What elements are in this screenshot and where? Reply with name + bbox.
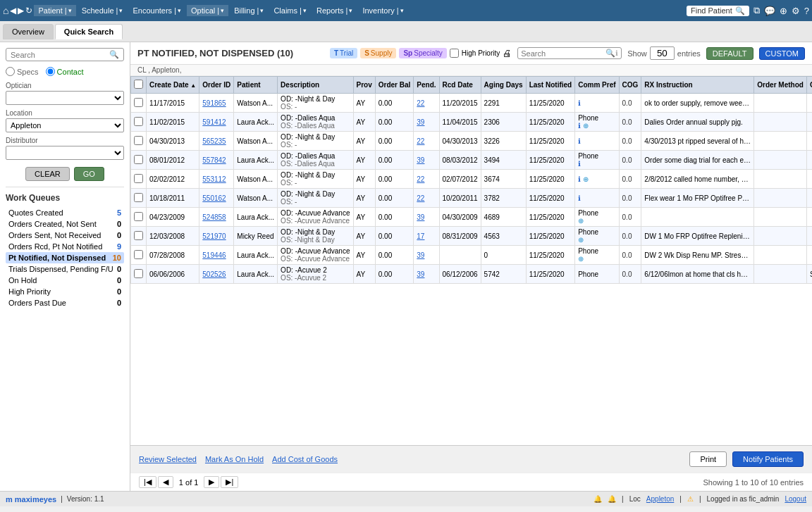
queue-item-pt-notified--not-dispensed[interactable]: Pt Notified, Not Dispensed10 — [6, 252, 124, 263]
tab-overview[interactable]: Overview — [3, 24, 54, 39]
zoom-icon[interactable]: ⊕ — [780, 6, 787, 16]
mark-on-hold-link[interactable]: Mark As On Hold — [205, 455, 264, 463]
row-checkbox[interactable] — [134, 174, 143, 183]
row-pend[interactable]: 17 — [414, 227, 439, 246]
row-checkbox-cell[interactable] — [131, 227, 147, 246]
custom-button[interactable]: CUSTOM — [759, 47, 805, 60]
col-header-aging-days[interactable]: Aging Days — [481, 77, 526, 94]
col-header-order-method[interactable]: Order Method — [754, 77, 807, 94]
col-header-pend[interactable]: Pend. — [414, 77, 439, 94]
radio-contact-label[interactable]: Contact — [46, 67, 84, 76]
row-checkbox[interactable] — [134, 212, 143, 221]
nav-reports[interactable]: Reports | ▾ — [312, 5, 357, 16]
row-pend[interactable]: 39 — [414, 113, 439, 132]
row-pend[interactable]: 22 — [414, 170, 439, 189]
bell-icon[interactable]: 🔔 — [593, 495, 602, 503]
queue-item-on-hold[interactable]: On Hold0 — [6, 275, 124, 286]
row-order-id[interactable]: 591412 — [199, 113, 234, 132]
review-selected-link[interactable]: Review Selected — [139, 455, 197, 463]
row-checkbox[interactable] — [134, 155, 143, 164]
nav-inventory[interactable]: Inventory | ▾ — [358, 5, 407, 16]
search-box[interactable]: 🔍 — [6, 48, 124, 61]
row-pend[interactable]: 39 — [414, 246, 439, 265]
high-priority-checkbox[interactable] — [450, 49, 459, 58]
col-header-prov[interactable]: Prov — [353, 77, 375, 94]
row-checkbox[interactable] — [134, 136, 143, 145]
row-checkbox[interactable] — [134, 231, 143, 240]
col-header-cl-eval-status[interactable]: CL Eval Status — [806, 77, 812, 94]
row-order-id[interactable]: 565235 — [199, 132, 234, 151]
queue-item-high-priority[interactable]: High Priority0 — [6, 286, 124, 297]
last-page-button[interactable]: ▶| — [221, 476, 238, 488]
queue-item-orders-rcd--pt-not-notified[interactable]: Orders Rcd, Pt Not Notified9 — [6, 241, 124, 252]
col-header-checkbox[interactable] — [131, 77, 147, 94]
row-pend[interactable]: 39 — [414, 151, 439, 170]
nav-back-icon[interactable]: ◀ — [10, 6, 16, 15]
info-icon[interactable]: ℹ — [578, 122, 581, 130]
print-icon[interactable]: 🖨 — [503, 48, 512, 58]
nav-schedule[interactable]: Schedule | ▾ — [78, 5, 128, 16]
info-icon[interactable]: ℹ — [578, 194, 581, 202]
nav-claims[interactable]: Claims | ▾ — [269, 5, 311, 16]
nav-billing[interactable]: Billing | ▾ — [230, 5, 268, 16]
next-page-button[interactable]: ▶ — [204, 476, 219, 488]
row-checkbox-cell[interactable] — [131, 246, 147, 265]
col-header-create-date[interactable]: Create Date ▲ — [147, 77, 199, 94]
table-search-input[interactable] — [521, 49, 605, 58]
plus-icon[interactable]: ⊕ — [578, 255, 584, 263]
col-header-cog[interactable]: COG — [619, 77, 641, 94]
row-checkbox[interactable] — [134, 98, 143, 107]
row-checkbox-cell[interactable] — [131, 265, 147, 284]
info-icon[interactable]: ℹ — [578, 137, 581, 145]
go-button[interactable]: GO — [74, 167, 104, 181]
default-button[interactable]: DEFAULT — [706, 47, 753, 60]
radio-specs[interactable] — [6, 67, 15, 76]
table-search-icon[interactable]: 🔍 — [605, 49, 615, 58]
queue-item-orders-sent--not-received[interactable]: Orders Sent, Not Received0 — [6, 230, 124, 241]
add-cost-link[interactable]: Add Cost of Goods — [272, 455, 338, 463]
new-window-icon[interactable]: ⧉ — [753, 5, 760, 16]
high-priority-badge[interactable]: High Priority — [450, 49, 500, 58]
clear-button[interactable]: CLEAR — [25, 167, 70, 181]
col-header-rx-instruction[interactable]: RX Instruction — [641, 77, 754, 94]
nav-optical[interactable]: Optical | ▾ — [187, 5, 228, 16]
row-order-id[interactable]: 550162 — [199, 189, 234, 208]
info-icon[interactable]: ℹ — [578, 99, 581, 107]
table-search-area[interactable]: 🔍 ℹ — [517, 47, 622, 59]
col-header-last-notified[interactable]: Last Notified — [526, 77, 575, 94]
tab-quick-search[interactable]: Quick Search — [55, 24, 123, 39]
col-header-rcd-date[interactable]: Rcd Date — [439, 77, 481, 94]
col-header-comm-pref[interactable]: Comm Pref — [575, 77, 619, 94]
queue-item-orders-created--not-sent[interactable]: Orders Created, Not Sent0 — [6, 218, 124, 230]
loc-value[interactable]: Appleton — [646, 495, 674, 503]
trial-badge[interactable]: T Trial — [330, 48, 357, 58]
settings-icon[interactable]: ⚙ — [792, 6, 800, 16]
row-pend[interactable]: 22 — [414, 94, 439, 113]
row-checkbox-cell[interactable] — [131, 113, 147, 132]
plus-icon[interactable]: ⊕ — [578, 236, 584, 244]
row-order-id[interactable]: 553112 — [199, 170, 234, 189]
col-header-order-id[interactable]: Order ID — [199, 77, 234, 94]
nav-patient[interactable]: Patient | ▾ — [34, 5, 75, 16]
optician-select[interactable] — [6, 91, 124, 105]
select-all-checkbox[interactable] — [134, 80, 143, 89]
row-checkbox-cell[interactable] — [131, 208, 147, 227]
warning-icon[interactable]: ⚠ — [687, 495, 694, 503]
row-pend[interactable]: 22 — [414, 189, 439, 208]
row-order-id[interactable]: 519446 — [199, 246, 234, 265]
prev-page-button[interactable]: ◀ — [158, 476, 173, 488]
queue-item-trials-dispensed--pending-f-u[interactable]: Trials Dispensed, Pending F/U0 — [6, 263, 124, 275]
radio-specs-label[interactable]: Specs — [6, 67, 39, 76]
plus-icon[interactable]: ⊕ — [583, 175, 589, 183]
queue-item-quotes-created[interactable]: Quotes Created5 — [6, 207, 124, 218]
col-header-patient[interactable]: Patient — [234, 77, 278, 94]
row-pend[interactable]: 39 — [414, 208, 439, 227]
search-input[interactable] — [11, 51, 109, 59]
logout-link[interactable]: Logout — [785, 495, 806, 503]
location-select[interactable]: Appleton — [6, 118, 124, 132]
row-checkbox[interactable] — [134, 117, 143, 126]
row-order-id[interactable]: 502526 — [199, 265, 234, 284]
first-page-button[interactable]: |◀ — [139, 476, 156, 488]
row-checkbox-cell[interactable] — [131, 170, 147, 189]
print-button[interactable]: Print — [689, 451, 727, 467]
